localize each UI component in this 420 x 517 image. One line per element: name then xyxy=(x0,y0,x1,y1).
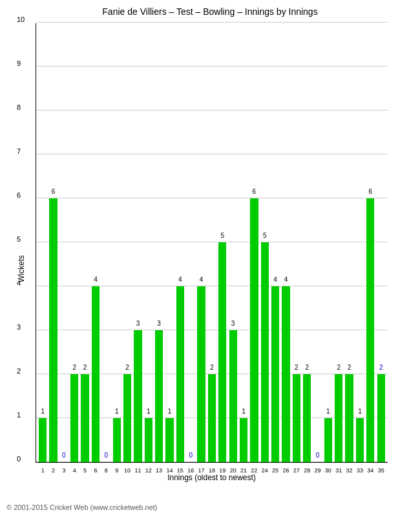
y-tick-label-3: 3 xyxy=(17,323,21,331)
bar-label-3: 0 xyxy=(62,452,66,459)
bar-group-25: 425 xyxy=(270,23,280,462)
y-axis-label: Wickets xyxy=(17,255,26,282)
bar-4: 2 xyxy=(70,374,78,462)
bar-label-5: 2 xyxy=(83,364,87,371)
bar-group-2: 62 xyxy=(48,23,58,462)
bar-group-6: 46 xyxy=(90,23,101,462)
bar-21: 1 xyxy=(240,418,247,462)
y-tick-label-1: 1 xyxy=(17,411,21,419)
bar-label-19: 5 xyxy=(221,232,225,239)
bar-label-24: 5 xyxy=(263,232,267,239)
bar-group-27: 227 xyxy=(291,23,302,462)
y-tick-label-0: 0 xyxy=(17,455,21,463)
y-tick-label-10: 10 xyxy=(17,16,25,23)
bar-group-9: 19 xyxy=(112,23,122,462)
bar-label-35: 2 xyxy=(379,364,383,371)
bar-group-31: 231 xyxy=(333,23,344,462)
bar-label-17: 4 xyxy=(200,276,204,283)
bar-label-30: 1 xyxy=(326,408,330,415)
bar-11: 3 xyxy=(134,330,142,462)
bar-group-17: 417 xyxy=(196,23,206,462)
bar-2: 6 xyxy=(49,198,57,462)
bar-group-33: 133 xyxy=(355,23,365,462)
bar-34: 6 xyxy=(366,198,374,462)
bar-label-1: 1 xyxy=(41,408,45,415)
bar-33: 1 xyxy=(356,418,364,462)
bar-group-34: 634 xyxy=(365,23,375,462)
bar-label-26: 4 xyxy=(284,276,288,283)
bar-label-14: 1 xyxy=(168,408,172,415)
bar-28: 2 xyxy=(303,374,311,462)
bar-label-31: 2 xyxy=(337,364,341,371)
bar-27: 2 xyxy=(293,374,300,462)
bar-group-19: 519 xyxy=(217,23,227,462)
y-tick-label-6: 6 xyxy=(17,191,21,199)
bar-label-16: 0 xyxy=(189,452,193,459)
bar-group-16: 016 xyxy=(185,23,196,462)
bar-group-32: 232 xyxy=(344,23,354,462)
bar-group-8: 08 xyxy=(101,23,111,462)
bar-1: 1 xyxy=(39,418,47,462)
bar-25: 4 xyxy=(271,286,279,462)
bar-22: 6 xyxy=(250,198,258,462)
chart-container: Fanie de Villiers – Test – Bowling – Inn… xyxy=(0,0,420,517)
y-gridline-10 xyxy=(36,22,388,23)
chart-area: 012345678910 116203242546081921031111231… xyxy=(36,23,388,463)
bar-group-15: 415 xyxy=(175,23,185,462)
bar-26: 4 xyxy=(282,286,289,462)
bar-20: 3 xyxy=(229,330,237,462)
bar-label-28: 2 xyxy=(305,364,309,371)
bar-label-34: 6 xyxy=(369,188,373,195)
bar-17: 4 xyxy=(197,286,205,462)
bar-label-21: 1 xyxy=(242,408,246,415)
bar-9: 1 xyxy=(113,418,121,462)
bar-15: 4 xyxy=(176,286,184,462)
bar-label-9: 1 xyxy=(115,408,119,415)
bar-24: 5 xyxy=(261,242,269,462)
bar-14: 1 xyxy=(165,418,173,462)
bar-10: 2 xyxy=(123,374,131,462)
bar-label-13: 3 xyxy=(157,320,161,327)
chart-title: Fanie de Villiers – Test – Bowling – Inn… xyxy=(0,0,420,20)
bar-label-27: 2 xyxy=(295,364,299,371)
bar-group-10: 210 xyxy=(122,23,132,462)
bar-group-14: 114 xyxy=(164,23,174,462)
bar-label-22: 6 xyxy=(253,188,257,195)
bar-label-25: 4 xyxy=(273,276,277,283)
bar-13: 3 xyxy=(155,330,163,462)
bar-group-24: 524 xyxy=(260,23,270,462)
bar-group-35: 235 xyxy=(376,23,386,462)
bar-label-18: 2 xyxy=(210,364,214,371)
bar-group-21: 121 xyxy=(238,23,249,462)
bars-wrapper: 1162032425460819210311112313114415016417… xyxy=(36,23,388,462)
bar-group-5: 25 xyxy=(79,23,90,462)
bar-group-12: 112 xyxy=(143,23,154,462)
bar-label-2: 6 xyxy=(52,188,56,195)
bar-6: 4 xyxy=(92,286,100,462)
bar-12: 1 xyxy=(145,418,152,462)
copyright-label: © 2001-2015 Cricket Web (www.cricketweb.… xyxy=(6,503,158,511)
bar-label-10: 2 xyxy=(125,364,129,371)
bar-group-1: 11 xyxy=(37,23,48,462)
bar-19: 5 xyxy=(218,242,226,462)
bar-18: 2 xyxy=(208,374,216,462)
bar-group-20: 320 xyxy=(227,23,238,462)
bar-label-11: 3 xyxy=(136,320,140,327)
bar-label-20: 3 xyxy=(231,320,235,327)
bar-label-8: 0 xyxy=(105,452,109,459)
bar-group-28: 228 xyxy=(302,23,312,462)
bar-label-33: 1 xyxy=(358,408,362,415)
bar-label-29: 0 xyxy=(316,452,320,459)
bar-group-22: 622 xyxy=(249,23,259,462)
bar-30: 1 xyxy=(324,418,332,462)
bar-35: 2 xyxy=(377,374,385,462)
x-axis-label: Innings (oldest to newest) xyxy=(36,473,388,482)
bar-label-6: 4 xyxy=(94,276,98,283)
y-tick-label-7: 7 xyxy=(17,147,21,155)
bar-group-18: 218 xyxy=(207,23,217,462)
bar-group-30: 130 xyxy=(323,23,333,462)
bar-label-32: 2 xyxy=(348,364,352,371)
bar-group-3: 03 xyxy=(59,23,69,462)
bar-label-15: 4 xyxy=(178,276,182,283)
bar-group-26: 426 xyxy=(280,23,291,462)
